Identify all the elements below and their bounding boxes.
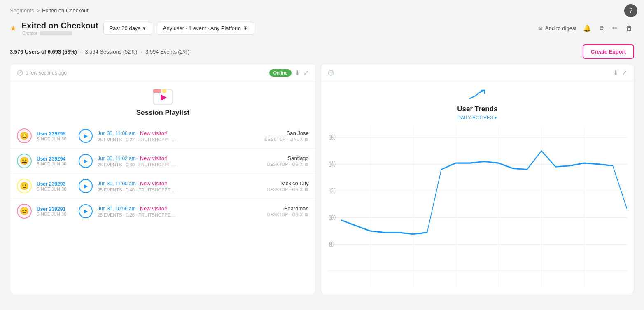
chart-header: User Trends DAILY ACTIVES ▾	[328, 89, 627, 120]
session-time: Jun 30, 11:06 am · New visitor!	[98, 130, 260, 136]
expand-icon-left[interactable]: ⤢	[303, 69, 309, 77]
email-icon: ✉	[538, 25, 543, 31]
copy-button[interactable]: ⧉	[598, 23, 606, 34]
add-digest-label: Add to digest	[545, 25, 576, 31]
avatar: 🙂	[17, 179, 32, 193]
monitor-icon: 🖥	[304, 162, 309, 167]
chart-container: 160 140 120 100 80	[328, 127, 627, 287]
user-name[interactable]: User 239295	[37, 131, 74, 137]
user-info: User 239295 SINCE JUN 30	[37, 131, 74, 141]
session-location: San Jose DESKTOP · LINUX 🖥	[265, 130, 309, 142]
session-time: Jun 30, 11:02 am · New visitor!	[98, 155, 262, 161]
user-since: SINCE JUN 30	[37, 162, 74, 166]
sliders-icon: ⊞	[243, 25, 248, 31]
help-button[interactable]: ?	[624, 4, 637, 17]
notification-button[interactable]: 🔔	[581, 23, 593, 34]
help-icon: ?	[629, 7, 633, 14]
user-name[interactable]: User 239291	[37, 206, 74, 212]
session-details: Jun 30, 11:06 am · New visitor! 26 EVENT…	[98, 130, 260, 142]
user-name[interactable]: User 239293	[37, 181, 74, 187]
line-chart: 160 140 120 100 80	[328, 127, 627, 287]
header-actions: ✉ Add to digest 🔔 ⧉ ✏ 🗑	[538, 23, 634, 34]
list-item: 😊 User 239295 SINCE JUN 30 ▶ Jun 30, 11:…	[10, 124, 315, 149]
chart-subtitle[interactable]: DAILY ACTIVES ▾	[328, 115, 627, 120]
online-badge: Online	[269, 69, 292, 77]
monitor-icon: 🖥	[304, 137, 309, 142]
session-meta: 26 EVENTS · 0:40 · FRUITSHOPPE....	[98, 162, 262, 167]
chart-area: User Trends DAILY ACTIVES ▾	[321, 82, 634, 294]
pencil-icon: ✏	[612, 25, 618, 32]
svg-text:80: 80	[329, 240, 333, 248]
list-item: 😄 User 239294 SINCE JUN 30 ▶ Jun 30, 11:…	[10, 149, 315, 174]
play-button[interactable]: ▶	[79, 154, 93, 168]
creator-row: Creator	[22, 30, 98, 35]
chevron-down-icon: ▾	[143, 25, 146, 31]
avatar: 😊	[17, 128, 32, 143]
create-export-button[interactable]: Create Export	[583, 44, 634, 59]
edit-button[interactable]: ✏	[611, 23, 619, 34]
user-info: User 239294 SINCE JUN 30	[37, 156, 74, 166]
session-playlist-header: Session Playlist	[10, 82, 315, 124]
user-trends-panel: 🕐 ⬇ ⤢ User Trends DAILY ACTIVES ▾	[321, 64, 634, 294]
svg-rect-1	[153, 89, 161, 93]
svg-rect-2	[162, 89, 166, 93]
user-info: User 239293 SINCE JUN 30	[37, 181, 74, 191]
svg-text:140: 140	[329, 160, 335, 168]
location-name: Santiago	[267, 155, 309, 161]
star-icon[interactable]: ★	[10, 24, 16, 33]
creator-name	[40, 31, 72, 35]
breadcrumb-separator: >	[37, 7, 40, 14]
clock-icon: 🕐	[17, 70, 23, 76]
date-filter-button[interactable]: Past 30 days ▾	[103, 22, 152, 35]
playlist-icon	[17, 89, 309, 109]
session-details: Jun 30, 11:02 am · New visitor! 26 EVENT…	[98, 155, 262, 167]
location-meta: DESKTOP · OS X 🖥	[267, 162, 309, 167]
session-list: 😊 User 239295 SINCE JUN 30 ▶ Jun 30, 11:…	[10, 124, 315, 294]
user-name[interactable]: User 239294	[37, 156, 74, 162]
delete-button[interactable]: 🗑	[624, 23, 634, 34]
panel-header-left: 🕐 a few seconds ago Online ⬇ ⤢	[10, 64, 315, 82]
play-button[interactable]: ▶	[79, 179, 93, 193]
bell-icon: 🔔	[583, 25, 591, 32]
page-header: ★ Exited on Checkout Creator Past 30 day…	[0, 17, 644, 41]
avatar: 😊	[17, 204, 32, 219]
page-title: Exited on Checkout	[21, 21, 98, 30]
time-ago-label: a few seconds ago	[26, 70, 67, 76]
session-meta: 26 EVENTS · 0:22 · FRUITSHOPPE....	[98, 137, 260, 142]
location-meta: DESKTOP · LINUX 🖥	[265, 137, 309, 142]
monitor-icon: 🖥	[304, 187, 309, 192]
trend-up-icon	[328, 89, 627, 103]
users-stat: 3,576 Users of 6,693 (53%)	[10, 49, 77, 55]
play-button[interactable]: ▶	[79, 204, 93, 218]
user-since: SINCE JUN 30	[37, 212, 74, 217]
monitor-icon: 🖥	[304, 212, 309, 217]
sessions-stat: 3,594 Sessions (52%)	[85, 49, 137, 55]
download-icon-right[interactable]: ⬇	[613, 69, 618, 77]
location-name: Boardman	[267, 205, 309, 212]
chart-title: User Trends	[328, 105, 627, 113]
location-meta: DESKTOP · OS X 🖥	[267, 212, 309, 217]
location-name: San Jose	[265, 130, 309, 136]
play-button[interactable]: ▶	[79, 129, 93, 143]
location-meta: DESKTOP · OS X 🖥	[267, 187, 309, 192]
segment-filter-button[interactable]: Any user · 1 event · Any Platform ⊞	[157, 22, 254, 35]
events-stat: 3,594 Events (2%)	[145, 49, 189, 55]
panel-time: 🕐 a few seconds ago	[17, 70, 67, 76]
session-meta: 25 EVENTS · 0:40 · FRUITSHOPPE....	[98, 187, 262, 192]
playlist-title: Session Playlist	[17, 109, 309, 117]
download-icon-left[interactable]: ⬇	[295, 69, 300, 77]
svg-text:160: 160	[329, 133, 335, 142]
breadcrumb-parent[interactable]: Segments	[10, 7, 34, 14]
expand-icon-right[interactable]: ⤢	[622, 69, 627, 77]
user-info: User 239291 SINCE JUN 30	[37, 206, 74, 217]
list-item: 🙂 User 239293 SINCE JUN 30 ▶ Jun 30, 11:…	[10, 174, 315, 199]
session-playlist-panel: 🕐 a few seconds ago Online ⬇ ⤢ Session P…	[10, 64, 316, 294]
date-filter-label: Past 30 days	[110, 25, 140, 31]
session-details: Jun 30, 11:00 am · New visitor! 25 EVENT…	[98, 180, 262, 192]
add-digest-button[interactable]: ✉ Add to digest	[538, 25, 576, 31]
session-time: Jun 30, 10:56 am · New visitor!	[98, 205, 262, 212]
trash-icon: 🗑	[626, 25, 632, 32]
copy-icon: ⧉	[600, 25, 604, 32]
clock-icon-right: 🕐	[328, 70, 334, 76]
panel-time-right: 🕐	[328, 70, 334, 76]
